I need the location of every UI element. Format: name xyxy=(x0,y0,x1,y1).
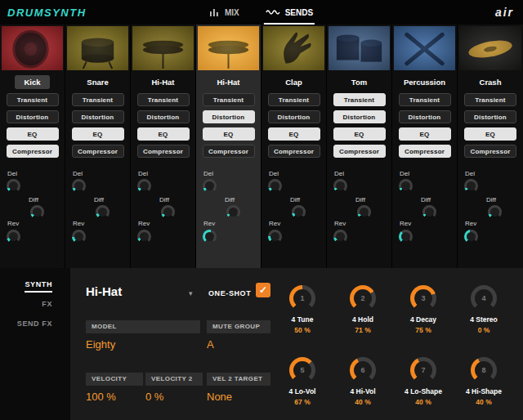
hihat-cymbal-icon xyxy=(198,26,259,70)
tab-mix-label: MIX xyxy=(225,8,239,17)
eq-button[interactable]: EQ xyxy=(203,127,255,141)
hi-shape-knob[interactable]: 8 xyxy=(471,357,497,383)
air-logo: air xyxy=(495,6,514,19)
delay-send-knob[interactable] xyxy=(464,179,478,193)
distortion-button[interactable]: Distortion xyxy=(137,110,190,123)
transient-button[interactable]: Transient xyxy=(203,93,255,106)
tom-drums-icon xyxy=(329,26,390,70)
tab-mix[interactable]: MIX xyxy=(208,0,241,25)
reverb-send-knob[interactable] xyxy=(137,230,151,244)
transient-button[interactable]: Transient xyxy=(7,93,59,106)
velocity-field-value[interactable]: 100 % xyxy=(86,391,116,403)
distortion-button[interactable]: Distortion xyxy=(464,110,516,123)
tune-knob[interactable]: 1 xyxy=(289,285,315,311)
lo-vol-knob[interactable]: 5 xyxy=(289,357,315,383)
distortion-button[interactable]: Distortion xyxy=(268,110,320,123)
diffusion-send-knob[interactable] xyxy=(488,205,502,219)
pad-hihat-2-selected[interactable] xyxy=(198,26,259,70)
sidebar-item-synth[interactable]: SYNTH xyxy=(0,280,70,288)
reverb-send-knob[interactable] xyxy=(399,230,413,244)
transient-button[interactable]: Transient xyxy=(137,93,190,106)
one-shot-checkbox[interactable]: ✓ xyxy=(256,283,270,297)
pad-crash[interactable] xyxy=(459,26,521,70)
bottom-panel: SYNTH FX SEND FX Hi-Hat ▾ ONE-SHOT ✓ MOD… xyxy=(0,268,523,420)
delay-send-knob[interactable] xyxy=(333,179,347,193)
diffusion-send-knob[interactable] xyxy=(422,205,436,219)
eq-button[interactable]: EQ xyxy=(137,127,190,141)
pad-hihat-1[interactable] xyxy=(132,26,194,70)
reverb-send-knob[interactable] xyxy=(203,230,217,244)
reverb-send-knob[interactable] xyxy=(7,230,20,244)
pad-kick[interactable] xyxy=(2,26,63,70)
velocity2-field-value[interactable]: 0 % xyxy=(145,391,163,403)
reverb-send-knob[interactable] xyxy=(333,230,347,244)
compressor-button[interactable]: Compressor xyxy=(464,145,516,158)
compressor-button[interactable]: Compressor xyxy=(268,145,320,158)
distortion-button[interactable]: Distortion xyxy=(203,110,255,123)
delay-send-knob[interactable] xyxy=(268,179,282,193)
chevron-down-icon[interactable]: ▾ xyxy=(189,289,193,297)
compressor-button[interactable]: Compressor xyxy=(72,145,124,158)
delay-send-knob[interactable] xyxy=(203,179,217,193)
pad-tom[interactable] xyxy=(329,26,390,70)
diffusion-send-knob[interactable] xyxy=(292,205,306,219)
transient-button[interactable]: Transient xyxy=(72,93,124,106)
pad-selector[interactable]: Hi-Hat xyxy=(86,284,122,298)
distortion-button[interactable]: Distortion xyxy=(399,110,451,123)
decay-knob[interactable]: 3 xyxy=(410,285,436,311)
diffusion-send-knob[interactable] xyxy=(161,205,175,219)
transient-button[interactable]: Transient xyxy=(399,93,451,106)
eq-button[interactable]: EQ xyxy=(268,127,320,141)
vel2-target-field-value[interactable]: None xyxy=(207,391,232,403)
eq-button[interactable]: EQ xyxy=(333,127,386,141)
diffusion-send-knob[interactable] xyxy=(96,205,110,219)
pad-snare[interactable] xyxy=(67,26,128,70)
delay-send-knob[interactable] xyxy=(72,179,86,193)
transient-button[interactable]: Transient xyxy=(464,93,516,106)
delay-send-label: Del xyxy=(334,170,344,177)
distortion-button[interactable]: Distortion xyxy=(7,110,59,123)
model-field-value[interactable]: Eighty xyxy=(86,338,115,351)
stereo-knob[interactable]: 4 xyxy=(471,285,497,311)
compressor-button[interactable]: Compressor xyxy=(399,145,451,158)
reverb-send-knob[interactable] xyxy=(268,230,282,244)
compressor-button[interactable]: Compressor xyxy=(137,145,190,158)
sidebar-item-send-fx[interactable]: SEND FX xyxy=(0,319,70,328)
model-field-label: MODEL xyxy=(86,320,200,333)
eq-button[interactable]: EQ xyxy=(7,127,59,141)
pad-percussion[interactable] xyxy=(394,26,455,70)
distortion-button[interactable]: Distortion xyxy=(333,110,386,123)
tab-sends[interactable]: SENDS xyxy=(264,0,315,25)
reverb-send-knob[interactable] xyxy=(72,230,86,244)
pad-column-crash: Crash Transient Distortion EQ Compressor… xyxy=(458,25,523,268)
lo-shape-knob[interactable]: 7 xyxy=(410,357,436,383)
distortion-button[interactable]: Distortion xyxy=(72,110,124,123)
compressor-button[interactable]: Compressor xyxy=(203,145,255,158)
hi-vol-knob[interactable]: 6 xyxy=(350,357,376,383)
pad-label-hihat-1: Hi-Hat xyxy=(131,72,195,92)
eq-button[interactable]: EQ xyxy=(464,127,516,141)
knob-cell-hi-shape: 8 4 Hi-Shape 40 % xyxy=(454,353,514,420)
eq-button[interactable]: EQ xyxy=(399,127,451,141)
mute-group-field-value[interactable]: A xyxy=(207,338,214,351)
pad-label-percussion: Percussion xyxy=(392,72,457,92)
delay-send-knob[interactable] xyxy=(137,179,151,193)
sidebar-item-fx[interactable]: FX xyxy=(0,300,70,308)
compressor-button[interactable]: Compressor xyxy=(333,145,386,158)
tab-sends-label: SENDS xyxy=(285,8,313,17)
compressor-button[interactable]: Compressor xyxy=(7,145,59,158)
transient-button[interactable]: Transient xyxy=(333,93,386,106)
pad-clap[interactable] xyxy=(263,26,324,70)
velocity-field-label: VELOCITY xyxy=(86,373,143,386)
transient-button[interactable]: Transient xyxy=(268,93,320,106)
diffusion-send-knob[interactable] xyxy=(226,205,240,219)
reverb-send-knob[interactable] xyxy=(464,230,478,244)
knob-cell-tune: 1 4 Tune 50 % xyxy=(272,281,333,353)
delay-send-knob[interactable] xyxy=(399,179,413,193)
delay-send-knob[interactable] xyxy=(7,179,20,193)
pad-label-hihat-2: Hi-Hat xyxy=(196,72,261,92)
diffusion-send-knob[interactable] xyxy=(357,205,371,219)
hold-knob[interactable]: 2 xyxy=(350,285,376,311)
diffusion-send-knob[interactable] xyxy=(30,205,44,219)
eq-button[interactable]: EQ xyxy=(72,127,124,141)
